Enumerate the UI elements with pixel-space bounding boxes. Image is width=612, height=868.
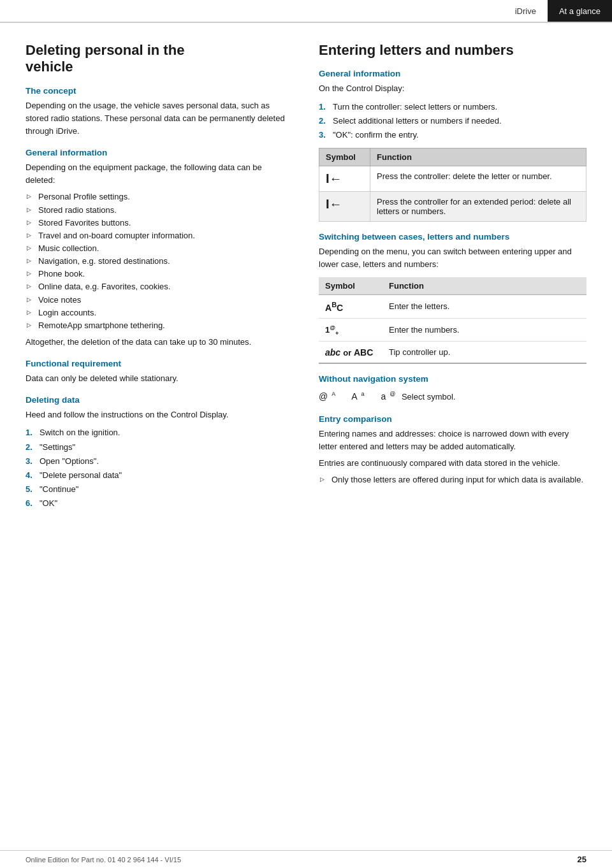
top-navigation: iDrive At a glance [0,0,612,23]
table-row: ABC Enter the letters. [319,295,586,318]
entry-comparison-text1: Entering names and addresses: choice is … [319,428,586,453]
step-item: 1.Switch on the ignition. [26,426,293,439]
section-functional-req-heading: Functional requirement [26,359,293,368]
right-general-info-heading: General information [319,69,586,78]
symbol-function-table: Symbol Function I← Press the controller:… [319,148,586,222]
section-general-info-heading: General information [26,148,293,157]
step-item: 3."OK": confirm the entry. [319,129,586,141]
content-area: Deleting personal in the vehicle The con… [0,23,612,537]
switching-cases-intro: Depending on the menu, you can switch be… [319,245,586,271]
switch-table-function-header: Function [382,277,586,295]
bullet-item: RemoteApp smartphone tethering. [26,319,293,332]
function-cell: Enter the numbers. [382,318,586,342]
bullet-item: Stored radio stations. [26,204,293,217]
deleting-data-intro: Heed and follow the instructions on the … [26,409,293,421]
without-nav-text: Select symbol. [402,392,456,401]
step-item: 6."OK" [26,497,293,510]
bullet-item: Phone book. [26,268,293,280]
section-the-concept-text: Depending on the usage, the vehicle save… [26,99,293,138]
symbol-cell: abc or ABC [319,342,382,364]
deleting-data-steps: 1.Switch on the ignition. 2."Settings" 3… [26,426,293,510]
right-column: Entering letters and numbers General inf… [319,42,586,511]
general-info-intro: Depending on the equipment package, the … [26,161,293,187]
step-item: 4."Delete personal data" [26,469,293,482]
step-item: 2."Settings" [26,441,293,454]
step-item: 3.Open "Options". [26,455,293,468]
table-row: I← Press the controller for an extended … [319,191,586,221]
entering-letters-title: Entering letters and numbers [319,42,586,59]
edition-text: Online Edition for Part no. 01 40 2 964 … [26,856,181,864]
step-item: 1.Turn the controller: select letters or… [319,101,586,113]
without-nav-symbols: @A Aa a@ [319,391,399,401]
nav-idrive[interactable]: iDrive [504,0,548,22]
abc-upper-symbol: ABC [354,347,373,358]
without-nav-heading: Without navigation system [319,374,586,384]
without-nav-content: @A Aa a@ Select symbol. [319,390,586,404]
symbol-cell: I← [319,191,370,221]
abc-symbol: ABC [325,303,343,313]
bullet-item: Online data, e.g. Favorites, cookies. [26,280,293,293]
table-row: I← Press the controller: delete the lett… [319,166,586,191]
function-cell: Tip controller up. [382,342,586,364]
bullet-item: Music collection. [26,242,293,255]
switch-table-symbol-header: Symbol [319,277,382,295]
table-row: 1@+ Enter the numbers. [319,318,586,342]
at-a-glance-label: At a glance [559,6,601,16]
general-info-footer: Altogether, the deletion of the data can… [26,336,293,349]
page-number: 25 [578,855,586,864]
entry-comparison-bullets: Only those letters are offered during in… [319,474,586,486]
number-symbol: 1@+ [325,325,339,335]
table-header-function: Function [370,148,586,166]
table-header-symbol: Symbol [319,148,370,166]
section-deleting-data-heading: Deleting data [26,395,293,405]
idrive-label: iDrive [515,6,536,16]
functional-req-text: Data can only be deleted while stationar… [26,372,293,385]
table-row: abc or ABC Tip controller up. [319,342,586,364]
entry-comparison-text2: Entries are continuously compared with d… [319,457,586,470]
footer: Online Edition for Part no. 01 40 2 964 … [0,850,612,868]
entry-comparison-heading: Entry comparison [319,414,586,424]
function-cell: Press the controller for an extended per… [370,191,586,221]
abc-lower-symbol: abc [325,347,340,358]
right-general-info-intro: On the Control Display: [319,82,586,95]
switching-cases-heading: Switching between cases, letters and num… [319,232,586,242]
symbol-cell: 1@+ [319,318,382,342]
section-the-concept-heading: The concept [26,86,293,96]
function-cell: Press the controller: delete the letter … [370,166,586,191]
general-info-bullets: Personal Profile settings. Stored radio … [26,191,293,332]
page-title: Deleting personal in the vehicle [26,42,293,76]
step-item: 2.Select additional letters or numbers i… [319,115,586,127]
symbol-cell: ABC [319,295,382,318]
switch-symbol-table: Symbol Function ABC Enter the letters. 1… [319,277,586,364]
right-general-info-steps: 1.Turn the controller: select letters or… [319,101,586,141]
bullet-item: Navigation, e.g. stored destinations. [26,255,293,268]
symbol-cell: I← [319,166,370,191]
function-cell: Enter the letters. [382,295,586,318]
bullet-item: Voice notes [26,294,293,307]
bullet-item: Travel and on-board comupter information… [26,229,293,242]
bullet-item: Personal Profile settings. [26,191,293,203]
bullet-item: Login accounts. [26,307,293,319]
bullet-item: Only those letters are offered during in… [319,474,586,486]
bullet-item: Stored Favorites buttons. [26,217,293,229]
left-column: Deleting personal in the vehicle The con… [26,42,293,511]
step-item: 5."Continue" [26,483,293,496]
nav-at-a-glance[interactable]: At a glance [548,0,612,22]
